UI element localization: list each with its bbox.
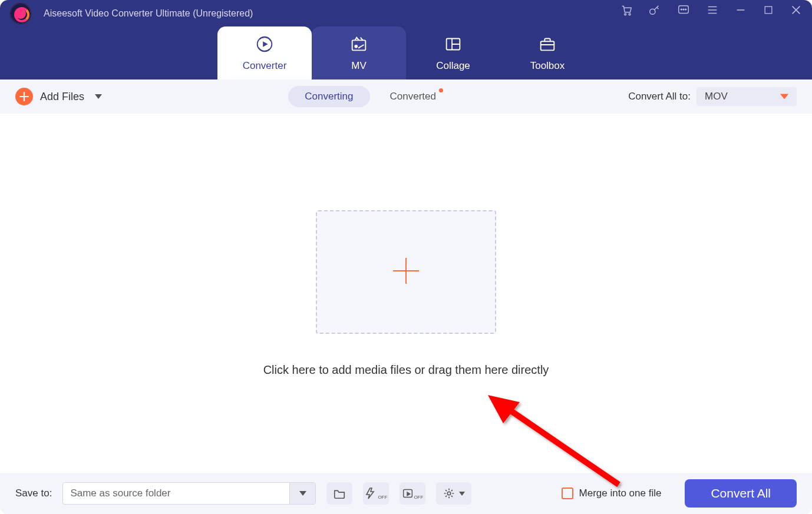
status-tabs: Converting Converted	[288, 86, 442, 107]
app-title: Aiseesoft Video Converter Ultimate (Unre…	[44, 8, 253, 19]
toolbox-icon	[537, 34, 557, 54]
chevron-down-icon	[95, 94, 102, 99]
tab-toolbox[interactable]: Toolbox	[500, 26, 595, 79]
add-plus-icon	[390, 254, 422, 290]
output-format-select[interactable]: MOV	[697, 87, 797, 106]
drop-hint: Click here to add media files or drag th…	[263, 363, 549, 377]
window-controls	[620, 4, 803, 16]
tab-converter-label: Converter	[243, 60, 287, 72]
main-area: Click here to add media files or drag th…	[0, 114, 812, 473]
cart-icon[interactable]	[620, 4, 633, 16]
merge-checkbox[interactable]: Merge into one file	[562, 488, 662, 499]
svg-point-0	[625, 14, 626, 15]
convert-all-to: Convert All to: MOV	[628, 87, 797, 106]
collage-icon	[443, 34, 463, 54]
minimize-icon[interactable]	[734, 4, 747, 16]
svg-point-5	[683, 9, 684, 10]
tab-toolbox-label: Toolbox	[530, 60, 565, 72]
footer: Save to: Same as source folder OFF OFF M…	[0, 473, 812, 514]
add-files-label: Add Files	[40, 91, 84, 103]
titlebar: Aiseesoft Video Converter Ultimate (Unre…	[0, 0, 812, 79]
svg-rect-7	[765, 6, 772, 14]
svg-marker-15	[488, 395, 520, 423]
chevron-down-icon	[459, 492, 465, 496]
svg-rect-13	[541, 41, 554, 50]
svg-marker-17	[407, 492, 410, 496]
merge-label: Merge into one file	[579, 488, 662, 499]
save-to-label: Save to:	[15, 488, 52, 499]
output-format-value: MOV	[705, 91, 728, 102]
high-speed-button[interactable]: OFF	[400, 482, 425, 505]
converter-icon	[255, 34, 275, 54]
tab-collage[interactable]: Collage	[406, 26, 500, 79]
plus-icon	[15, 88, 33, 105]
tab-mv-label: MV	[351, 60, 367, 72]
svg-point-6	[685, 9, 686, 10]
key-icon[interactable]	[648, 4, 661, 16]
task-settings-button[interactable]	[436, 482, 471, 505]
svg-point-11	[355, 45, 357, 48]
off-indicator: OFF	[414, 495, 423, 500]
app-window: Aiseesoft Video Converter Ultimate (Unre…	[0, 0, 812, 514]
save-folder-value: Same as source folder	[70, 488, 170, 499]
svg-marker-9	[263, 41, 268, 47]
drop-zone[interactable]	[316, 210, 496, 334]
tab-converter[interactable]: Converter	[217, 26, 312, 79]
menu-icon[interactable]	[706, 4, 719, 16]
close-icon[interactable]	[790, 4, 803, 16]
feedback-icon[interactable]	[676, 4, 691, 16]
chevron-down-icon	[780, 94, 788, 100]
gpu-acceleration-button[interactable]: OFF	[363, 482, 389, 505]
maximize-icon[interactable]	[763, 4, 774, 16]
save-folder-select[interactable]: Same as source folder	[62, 482, 316, 505]
main-tabs: Converter MV Collage Toolbox	[0, 26, 812, 79]
svg-point-1	[629, 14, 631, 15]
svg-point-18	[448, 492, 451, 495]
off-indicator: OFF	[378, 495, 387, 500]
convert-all-button[interactable]: Convert All	[685, 479, 797, 508]
svg-point-4	[681, 9, 682, 10]
toolbar: Add Files Converting Converted Convert A…	[0, 79, 812, 114]
chevron-down-icon	[289, 483, 315, 504]
app-logo-icon	[11, 4, 31, 24]
status-converting[interactable]: Converting	[288, 86, 369, 107]
mv-icon	[349, 34, 369, 54]
tab-mv[interactable]: MV	[312, 26, 406, 79]
tab-collage-label: Collage	[436, 60, 470, 72]
notification-dot-icon	[439, 88, 443, 92]
checkbox-icon	[562, 488, 573, 499]
status-converted-label: Converted	[390, 91, 436, 102]
convert-all-to-label: Convert All to:	[628, 91, 691, 102]
open-folder-button[interactable]	[326, 482, 352, 505]
add-files-button[interactable]: Add Files	[15, 88, 102, 105]
status-converted[interactable]: Converted	[384, 86, 442, 107]
